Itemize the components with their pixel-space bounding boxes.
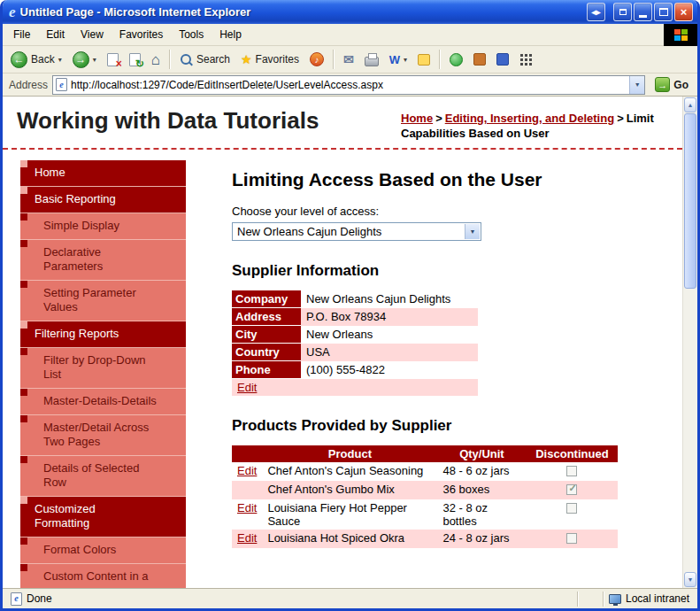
scroll-down-icon[interactable]: ▼ (684, 572, 696, 587)
products-header-edit (232, 445, 262, 462)
discontinued-checkbox[interactable] (566, 503, 577, 514)
vertical-scrollbar[interactable]: ▲ ▼ (682, 97, 697, 588)
table-row: Phone (100) 555-4822 (232, 361, 478, 379)
media-button[interactable]: ♪ (305, 50, 328, 68)
toolbar-separator (169, 50, 171, 69)
access-level-label: Choose your level of access: (232, 205, 675, 218)
research-button[interactable] (469, 51, 490, 67)
local-intranet-icon (609, 594, 621, 604)
sidebar-item-details-of-selected-row[interactable]: Details of Selected Row (20, 456, 186, 497)
sidebar-item-home[interactable]: Home (20, 160, 186, 187)
select-dropdown-icon[interactable]: ▼ (465, 224, 480, 239)
product-discontinued-cell (526, 481, 618, 499)
home-button[interactable]: ⌂ (147, 50, 165, 69)
stop-button[interactable]: × (103, 51, 123, 68)
maximize-button[interactable] (654, 3, 673, 21)
access-level-select[interactable]: New Orleans Cajun Delights ▼ (232, 222, 481, 241)
products-header-product: Product (262, 445, 437, 462)
title-extra-button-icon[interactable]: ◂▸ (587, 3, 605, 21)
table-row: Company New Orleans Cajun Delights (232, 290, 478, 308)
scroll-up-icon[interactable]: ▲ (684, 97, 696, 112)
menu-help[interactable]: Help (212, 26, 250, 43)
sidebar-item-declarative-parameters[interactable]: Declarative Parameters (20, 240, 186, 281)
go-button[interactable]: → Go (650, 77, 694, 92)
status-bar: e Done Local intranet (3, 588, 697, 608)
word-icon: W (389, 53, 400, 66)
supplier-field-label: Country (232, 344, 301, 361)
address-label: Address (6, 79, 48, 91)
windows-logo-icon (664, 24, 697, 46)
sidebar-item-simple-display[interactable]: Simple Display (20, 213, 186, 240)
search-label: Search (196, 53, 230, 66)
quick-links-button[interactable] (515, 51, 537, 68)
favorites-label: Favorites (256, 53, 299, 66)
site-title: Working with Data Tutorials (17, 107, 319, 135)
sidebar-item-master-details-details[interactable]: Master-Details-Details (20, 389, 186, 415)
product-edit-link[interactable]: Edit (237, 464, 257, 477)
forward-chevron-icon: ▾ (93, 56, 96, 64)
sidebar-item-format-colors[interactable]: Format Colors (20, 538, 186, 564)
restore-secondary-button[interactable] (613, 3, 632, 21)
refresh-button[interactable]: ↻ (125, 51, 145, 68)
status-message-panel: e Done (5, 591, 577, 607)
title-bar[interactable]: e Untitled Page - Microsoft Internet Exp… (3, 0, 697, 24)
ie-logo-icon: e (9, 4, 16, 19)
menu-tools[interactable]: Tools (171, 26, 212, 43)
title-buttons: ◂▸ × (587, 3, 693, 21)
sidebar-item-custom-content[interactable]: Custom Content in a (20, 564, 186, 588)
address-input[interactable]: e http://localhost:1297/Code/EditInsertD… (52, 75, 645, 95)
add-on-button[interactable] (492, 51, 513, 67)
minimize-icon (639, 15, 647, 18)
menu-edit[interactable]: Edit (38, 26, 73, 43)
forward-button[interactable]: → ▾ (68, 50, 101, 70)
sidebar-item-filter-by-drop-down-list[interactable]: Filter by Drop-Down List (20, 348, 186, 389)
products-header-discontinued: Discontinued (526, 445, 618, 462)
product-edit-link[interactable]: Edit (237, 501, 257, 514)
address-dropdown-icon[interactable]: ▼ (629, 76, 644, 94)
close-button[interactable]: × (674, 3, 693, 21)
discuss-button[interactable] (413, 52, 435, 67)
address-bar: Address e http://localhost:1297/Code/Edi… (3, 73, 697, 97)
menu-favorites[interactable]: Favorites (112, 26, 171, 43)
breadcrumb-separator: > (617, 112, 624, 125)
product-edit-link[interactable]: Edit (237, 531, 257, 545)
minimize-button[interactable] (634, 3, 652, 21)
product-name: Chef Anton's Gumbo Mix (262, 481, 437, 499)
sidebar-item-customized-formatting[interactable]: Customized Formatting (20, 497, 186, 538)
menu-view[interactable]: View (73, 26, 112, 43)
breadcrumb-link-section[interactable]: Editing, Inserting, and Deleting (445, 112, 614, 125)
supplier-edit-link[interactable]: Edit (237, 381, 257, 394)
sidebar-item-filtering-reports[interactable]: Filtering Reports (20, 321, 186, 348)
discontinued-checkbox[interactable] (566, 533, 577, 544)
maximize-icon (659, 8, 668, 16)
product-discontinued-cell (526, 530, 618, 548)
back-button[interactable]: ← Back ▾ (6, 50, 66, 70)
scrollbar-thumb[interactable] (684, 113, 696, 289)
product-edit-cell: Edit (232, 530, 262, 548)
toolbar-separator (439, 50, 441, 69)
product-discontinued-cell (526, 499, 618, 530)
product-name: Louisiana Fiery Hot Pepper Sauce (262, 499, 437, 530)
table-row: Edit (232, 379, 478, 397)
print-button[interactable] (360, 51, 383, 68)
product-edit-cell: Edit (232, 462, 262, 481)
mail-button[interactable]: ✉ (339, 50, 358, 68)
address-url[interactable]: http://localhost:1297/Code/EditInsertDel… (71, 79, 626, 91)
discontinued-checkbox[interactable] (566, 484, 577, 495)
page-body: Home Basic Reporting Simple Display Decl… (3, 150, 682, 588)
scrollbar-track[interactable] (683, 289, 697, 571)
sidebar-item-basic-reporting[interactable]: Basic Reporting (20, 187, 186, 213)
search-button[interactable]: Search (175, 51, 235, 68)
supplier-field-value: USA (301, 344, 478, 361)
messenger-button[interactable] (445, 51, 467, 68)
favorites-button[interactable]: ★ Favorites (236, 51, 304, 67)
breadcrumb-link-home[interactable]: Home (401, 112, 433, 125)
sidebar-item-master-detail-across-two-pages[interactable]: Master/Detail Across Two Pages (20, 415, 186, 456)
web-page: Working with Data Tutorials Home>Editing… (3, 97, 682, 588)
discontinued-checkbox[interactable] (566, 466, 577, 476)
sidebar-item-setting-parameter-values[interactable]: Setting Parameter Values (20, 281, 186, 321)
product-discontinued-cell (526, 462, 618, 481)
status-text: Done (27, 592, 52, 605)
menu-file[interactable]: File (5, 26, 38, 43)
edit-with-word-button[interactable]: W ▾ (385, 51, 412, 68)
